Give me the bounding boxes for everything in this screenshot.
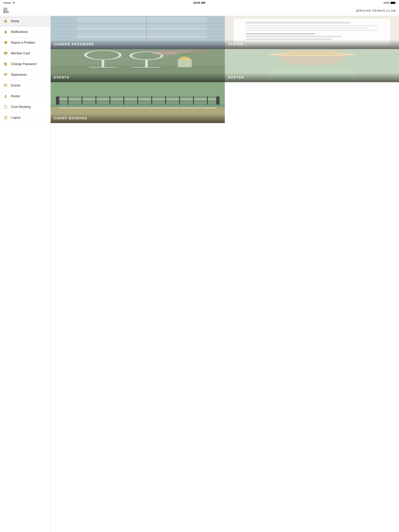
status-left: Carrier bbox=[3, 1, 15, 4]
carrier-label: Carrier bbox=[3, 1, 11, 4]
sidebar-item-events-label: Events bbox=[11, 84, 20, 87]
menu-label: MENU bbox=[3, 11, 9, 13]
svg-rect-10 bbox=[77, 25, 207, 27]
svg-point-0 bbox=[13, 3, 14, 4]
menu-button[interactable]: MENU bbox=[3, 8, 9, 13]
status-right: 100% bbox=[383, 1, 396, 4]
sidebar-item-logout[interactable]: Logout bbox=[0, 112, 51, 123]
sidebar-item-roster-label: Roster bbox=[11, 95, 20, 98]
battery-percent: 100% bbox=[383, 1, 390, 4]
tile-events[interactable]: EVENTS bbox=[51, 49, 225, 82]
sidebar-item-change-password[interactable]: Change Password bbox=[0, 59, 51, 70]
svg-rect-8 bbox=[77, 20, 207, 22]
report-problem-icon bbox=[3, 40, 8, 45]
svg-point-31 bbox=[131, 52, 162, 60]
tile-statement-text: STATEM... bbox=[228, 43, 247, 46]
sidebar-item-change-password-label: Change Password bbox=[11, 62, 36, 66]
svg-rect-20 bbox=[246, 25, 378, 26]
notifications-icon bbox=[3, 29, 8, 34]
sidebar-item-member-card-label: Member Card bbox=[11, 52, 30, 55]
svg-rect-1 bbox=[4, 52, 7, 54]
svg-point-35 bbox=[180, 57, 190, 60]
sidebar-item-notifications-label: Notifications bbox=[11, 30, 28, 34]
svg-point-42 bbox=[269, 52, 355, 56]
app-title: JERICHO TENNIS CLUB bbox=[11, 9, 396, 12]
sidebar-item-court-booking-label: Court Booking bbox=[11, 105, 31, 109]
sidebar-item-statements[interactable]: Statements bbox=[0, 70, 51, 80]
tile-events-label: EVENTS bbox=[51, 73, 225, 82]
svg-rect-12 bbox=[77, 31, 207, 33]
change-password-icon bbox=[3, 62, 8, 67]
sidebar-item-notifications[interactable]: Notifications bbox=[0, 27, 51, 37]
statements-icon bbox=[3, 72, 8, 77]
svg-rect-43 bbox=[286, 51, 338, 55]
svg-rect-68 bbox=[59, 108, 216, 108]
app-header: MENU JERICHO TENNIS CLUB bbox=[0, 6, 399, 16]
sidebar-item-logout-label: Logout bbox=[11, 116, 20, 119]
tile-roster-text: ROSTER bbox=[228, 76, 244, 79]
events-icon: 30 bbox=[3, 83, 8, 88]
svg-rect-24 bbox=[246, 36, 341, 37]
court-booking-icon bbox=[3, 104, 8, 109]
sidebar-item-roster[interactable]: Roster bbox=[0, 91, 51, 102]
sidebar: HomeNotificationsReport a ProblemMember … bbox=[0, 16, 51, 532]
sidebar-item-events[interactable]: 30Events bbox=[0, 80, 51, 91]
svg-rect-47 bbox=[216, 97, 219, 105]
tile-statement-label: STATEM... bbox=[225, 40, 399, 49]
tile-roster-label: ROSTER bbox=[225, 73, 399, 82]
svg-rect-22 bbox=[246, 30, 378, 31]
wifi-icon bbox=[12, 1, 15, 4]
svg-rect-66 bbox=[51, 105, 225, 107]
main-content: CHANGE PASSWORD bbox=[51, 16, 399, 532]
svg-rect-9 bbox=[77, 23, 207, 25]
tile-statement[interactable]: STATEM... bbox=[225, 16, 399, 49]
svg-rect-46 bbox=[56, 97, 59, 105]
tile-events-text: EVENTS bbox=[54, 76, 69, 79]
home-icon bbox=[3, 19, 8, 24]
svg-rect-45 bbox=[59, 99, 216, 100]
svg-point-36 bbox=[167, 50, 195, 55]
svg-rect-11 bbox=[77, 28, 207, 30]
tile-court-text: COURT BOOKING bbox=[54, 116, 87, 120]
sidebar-item-member-card[interactable]: Member Card bbox=[0, 48, 51, 59]
tiles-grid: CHANGE PASSWORD bbox=[51, 16, 399, 123]
logout-icon bbox=[3, 115, 8, 120]
svg-point-41 bbox=[281, 53, 343, 65]
tile-roster[interactable]: ROSTER bbox=[225, 49, 399, 82]
status-bar: Carrier 10:01 AM 100% bbox=[0, 0, 399, 6]
tile-change-password[interactable]: CHANGE PASSWORD bbox=[51, 16, 225, 49]
member-card-icon bbox=[3, 51, 8, 56]
roster-icon bbox=[3, 94, 8, 99]
svg-rect-19 bbox=[246, 22, 350, 24]
sidebar-item-home-label: Home bbox=[11, 19, 19, 23]
svg-rect-13 bbox=[77, 33, 207, 35]
svg-rect-7 bbox=[77, 18, 207, 20]
tile-change-password-label: CHANGE PASSWORD bbox=[51, 40, 225, 49]
svg-rect-21 bbox=[246, 27, 368, 29]
sidebar-item-report-problem-label: Report a Problem bbox=[11, 41, 35, 44]
svg-rect-23 bbox=[246, 33, 315, 34]
svg-rect-34 bbox=[178, 59, 192, 67]
sidebar-item-court-booking[interactable]: Court Booking bbox=[0, 102, 51, 112]
status-time: 10:01 AM bbox=[193, 1, 205, 4]
svg-text:30: 30 bbox=[5, 85, 6, 86]
tile-court-label: COURT BOOKING bbox=[51, 114, 225, 123]
tile-change-password-text: CHANGE PASSWORD bbox=[54, 43, 94, 46]
svg-point-38 bbox=[152, 51, 176, 56]
sidebar-item-report-problem[interactable]: Report a Problem bbox=[0, 37, 51, 48]
svg-point-39 bbox=[175, 52, 198, 56]
hamburger-icon bbox=[3, 8, 7, 11]
battery-icon bbox=[391, 2, 396, 4]
sidebar-item-home[interactable]: Home bbox=[0, 16, 51, 27]
sidebar-item-statements-label: Statements bbox=[11, 73, 27, 76]
app-container: MENU JERICHO TENNIS CLUB HomeNotificatio… bbox=[0, 6, 399, 532]
body-split: HomeNotificationsReport a ProblemMember … bbox=[0, 16, 399, 532]
svg-rect-14 bbox=[77, 36, 207, 38]
svg-point-28 bbox=[85, 51, 120, 60]
tile-court-booking[interactable]: COURT BOOKING bbox=[51, 82, 225, 123]
svg-point-37 bbox=[188, 50, 209, 54]
